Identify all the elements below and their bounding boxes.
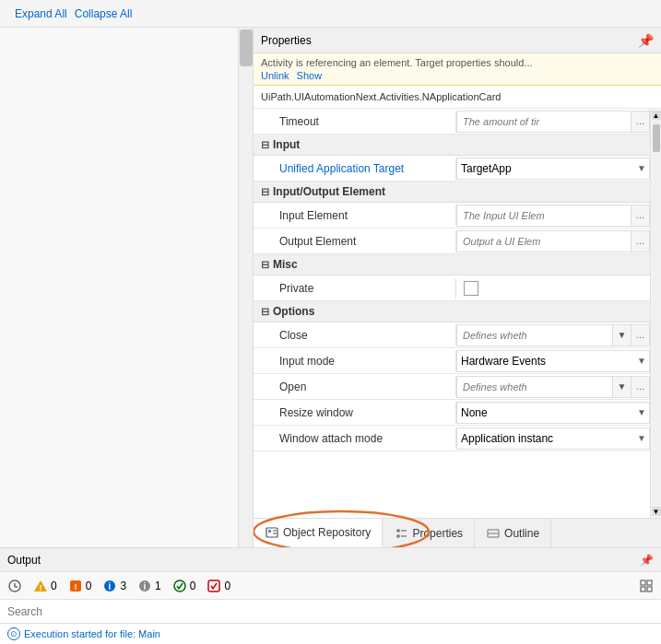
resize-window-label: Resize window [254,403,456,423]
input-mode-select-wrapper: Hardware Events ▼ [456,350,650,372]
execution-text: Execution started for file: Main [24,628,160,639]
unified-app-select[interactable]: TargetApp [456,158,650,180]
svg-text:i: i [109,581,112,591]
input-output-toggle: ⊟ [261,186,269,198]
panel-title: Properties [261,34,638,47]
private-checkbox[interactable] [464,281,478,296]
check-red-icon [207,579,221,593]
clock-group[interactable] [7,579,22,593]
tab-properties-label: Properties [412,527,463,540]
open-label: Open [254,377,456,397]
activity-name: UiPath.UIAutomationNext.Activities.NAppl… [254,86,661,109]
close-ellipsis-btn[interactable]: … [631,324,650,346]
warning-count: 0 [51,580,57,592]
right-scrollbar: ▲ ▼ [650,109,661,518]
output-header: Output 📌 [0,548,661,572]
expand-all-link[interactable]: Expand All [15,7,67,20]
info-blue-group[interactable]: i 3 [102,579,126,593]
open-value: ▼ … [456,376,650,398]
left-scrollbar[interactable] [238,28,253,547]
scroll-down-btn[interactable]: ▼ [652,507,661,516]
collapse-all-link[interactable]: Collapse All [75,7,133,20]
timeout-label: Timeout [254,111,456,132]
warning-links: Unlink Show [261,70,654,81]
output-pin-icon[interactable]: 📌 [640,554,654,567]
window-attach-select[interactable]: Application instanc [456,427,650,450]
resize-window-select[interactable]: None [456,402,650,424]
close-label: Close [254,325,456,345]
warning-text: Activity is referencing an element. Targ… [261,57,654,68]
warning-group[interactable]: ! 0 [33,579,57,593]
input-output-section-header[interactable]: ⊟ Input/Output Element [254,181,650,203]
resize-window-row: Resize window None ▼ [254,400,650,426]
options-section-header[interactable]: ⊟ Options [254,301,650,322]
search-input[interactable] [7,605,654,618]
grid-group[interactable] [639,579,654,593]
scroll-track [652,120,661,507]
warning-bar: Activity is referencing an element. Targ… [254,53,661,86]
info-gray-group[interactable]: i 1 [137,579,161,593]
top-bar: Expand All Collapse All [0,0,661,28]
svg-rect-27 [641,580,645,585]
input-section-header[interactable]: ⊟ Input [254,135,650,156]
tab-properties[interactable]: Properties [383,519,475,547]
expand-collapse-links: Expand All Collapse All [7,7,132,20]
scroll-up-btn[interactable]: ▲ [652,111,661,120]
private-value [456,277,650,299]
misc-label: Misc [273,258,298,271]
resize-window-value: None ▼ [456,402,650,424]
timeout-btn[interactable]: … [631,111,650,133]
input-element-row: Input Element … [254,203,650,228]
input-element-btn[interactable]: … [631,205,650,227]
input-mode-select[interactable]: Hardware Events [456,350,650,372]
open-row: Open ▼ … [254,374,650,400]
unlink-link[interactable]: Unlink [261,70,289,81]
svg-text:i: i [144,581,147,591]
clock-icon [7,579,22,593]
output-element-btn[interactable]: … [631,230,650,252]
pin-icon[interactable]: 📌 [638,33,654,48]
properties-icon [394,526,408,541]
window-attach-value: Application instanc ▼ [456,427,650,450]
scroll-thumb-v [653,124,660,152]
tab-outline[interactable]: Outline [475,519,551,547]
misc-section-header[interactable]: ⊟ Misc [254,254,650,275]
unified-app-target-row: Unified Application Target TargetApp ▼ [254,156,650,181]
check-red-count: 0 [224,580,230,592]
tab-outline-label: Outline [504,527,539,540]
error-orange-group[interactable]: ! 0 [68,579,92,593]
output-element-input[interactable] [456,230,631,252]
options-label: Options [273,305,314,318]
input-element-input[interactable] [456,205,631,227]
svg-rect-29 [641,587,645,591]
open-ellipsis-btn[interactable]: … [631,376,650,398]
output-element-label: Output Element [254,231,456,252]
resize-window-select-wrapper: None ▼ [456,402,650,424]
info-gray-count: 1 [155,580,161,592]
svg-rect-30 [647,587,652,591]
left-panel [0,28,254,547]
check-green-group[interactable]: 0 [172,579,196,593]
open-dropdown-btn[interactable]: ▼ [613,376,631,398]
show-link[interactable]: Show [297,70,323,81]
close-input[interactable] [456,324,613,346]
info-gray-icon: i [137,579,152,593]
scroll-thumb [240,29,253,66]
svg-text:!: ! [40,583,42,592]
options-toggle: ⊟ [261,306,269,318]
close-value: ▼ … [456,324,650,346]
close-row: Close ▼ … [254,322,650,348]
execution-bar: ⊙ Execution started for file: Main [0,624,661,644]
tab-object-repository-label: Object Repository [283,526,371,539]
timeout-input[interactable] [456,111,631,133]
window-attach-label: Window attach mode [254,428,456,449]
close-dropdown-btn[interactable]: ▼ [613,324,631,346]
repo-icon [265,525,279,540]
tab-object-repository[interactable]: Object Repository [254,519,383,547]
unified-app-select-wrapper: TargetApp ▼ [456,158,650,180]
check-red-group[interactable]: 0 [207,579,230,593]
input-mode-value: Hardware Events ▼ [456,350,650,372]
outline-icon [486,526,501,541]
open-input[interactable] [456,376,613,398]
input-element-label: Input Element [254,205,456,226]
